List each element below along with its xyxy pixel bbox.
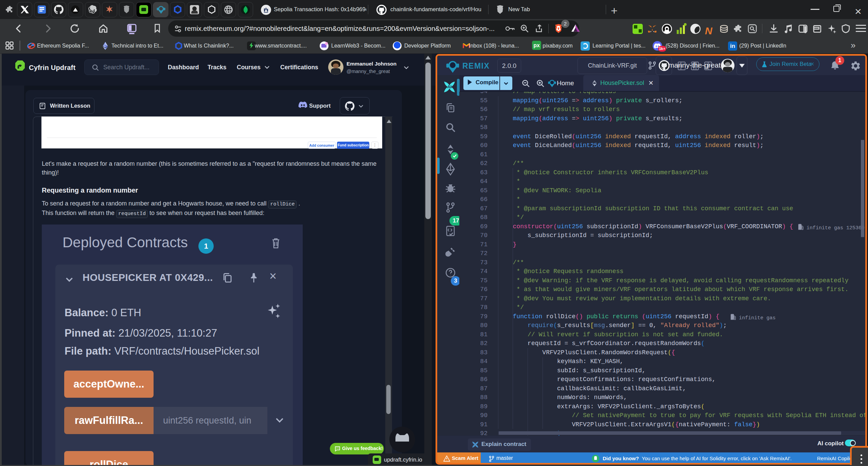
svg-text:AI: AI [447, 85, 451, 89]
